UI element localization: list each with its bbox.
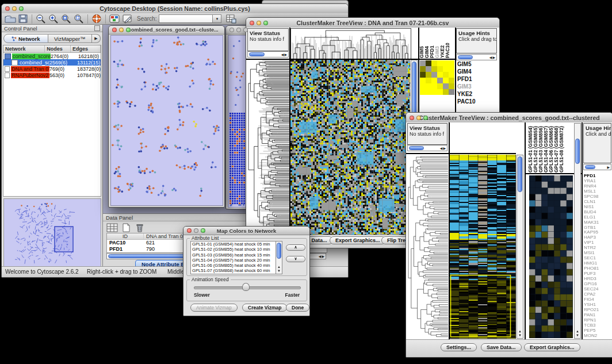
- help-lifering-icon[interactable]: [90, 14, 103, 24]
- list-item[interactable]: PFD1: [430, 28, 435, 58]
- save-icon[interactable]: [17, 14, 29, 24]
- tv2-save-data-button[interactable]: Save Data...: [481, 343, 522, 351]
- network1-titlebar[interactable]: combined_scores_good.txt--cluste...: [109, 26, 224, 35]
- zoom-selected-icon[interactable]: [60, 14, 72, 24]
- close-button[interactable]: [250, 21, 254, 25]
- vizmapper-icon[interactable]: [108, 14, 121, 24]
- tv1-cluster-matrix[interactable]: [420, 60, 454, 95]
- list-item[interactable]: GPL51-06 (GSM865): [549, 123, 554, 173]
- birdseye-view-canvas[interactable]: [3, 198, 101, 267]
- speed-slider-thumb[interactable]: [242, 283, 250, 291]
- tv2-row-dendrogram[interactable]: [407, 155, 448, 339]
- list-item[interactable]: GPL51-01 (GSM854) heat shock 05 min: [192, 242, 276, 247]
- tv2-status-hscrollbar[interactable]: ◀▶: [407, 145, 447, 151]
- move-down-button[interactable]: ∨: [286, 256, 305, 262]
- list-item[interactable]: GPL51-02 (GSM855): [533, 123, 538, 173]
- close-button[interactable]: [230, 28, 234, 32]
- tv2-settings-button[interactable]: Settings...: [441, 343, 477, 351]
- tv2-heatmap-vscrollbar[interactable]: ▲▼: [517, 155, 523, 339]
- close-button[interactable]: [187, 228, 192, 233]
- tv1-row-dendrogram[interactable]: [247, 60, 289, 235]
- animate-vizmap-button[interactable]: Animate Vizmap: [190, 304, 238, 312]
- tv1-heatmap-canvas[interactable]: [290, 60, 410, 235]
- tv1-status-hscrollbar[interactable]: ◀▶: [247, 51, 289, 58]
- network1-canvas[interactable]: [110, 35, 223, 206]
- list-item[interactable]: GIM5: [419, 28, 424, 58]
- search-input[interactable]: [159, 14, 213, 23]
- done-button[interactable]: Done: [286, 304, 309, 312]
- minimize-button[interactable]: [416, 116, 421, 120]
- list-item[interactable]: GPL51-04 (GSM857): [544, 123, 549, 173]
- list-item[interactable]: GIM3: [435, 28, 440, 58]
- list-item[interactable]: GIM5: [457, 60, 497, 68]
- network-tree-row[interactable]: combined_sco2569(6)13112(15): [3, 59, 101, 66]
- window-controls[interactable]: [5, 6, 24, 11]
- list-item[interactable]: MON2: [584, 334, 611, 339]
- attribute-list[interactable]: GPL51-01 (GSM854) heat shock 05 minGPL51…: [190, 241, 277, 274]
- list-item[interactable]: GIM4: [457, 68, 497, 75]
- create-vizmap-button[interactable]: Create Vizmap: [242, 304, 287, 312]
- list-item[interactable]: GPL51-08 (GSM872): [559, 123, 564, 173]
- list-item[interactable]: PFD1: [457, 75, 497, 83]
- list-item[interactable]: PAC10: [445, 28, 450, 58]
- search-dropdown-button[interactable]: ▼: [213, 14, 221, 23]
- list-item[interactable]: YKE2: [440, 28, 445, 58]
- import-table-icon[interactable]: [224, 14, 237, 24]
- zoom-button[interactable]: [201, 228, 205, 233]
- tab-overflow-button[interactable]: ▶: [92, 34, 101, 43]
- tv2-export-graphics-button[interactable]: Export Graphics...: [524, 343, 580, 351]
- list-item[interactable]: GPL51-06 (GSM865) heat shock 40 min: [192, 263, 276, 268]
- treeview1-titlebar[interactable]: ClusterMaker TreeView : DNA and Tran 07-…: [246, 18, 499, 28]
- move-up-button[interactable]: ∧: [286, 244, 305, 251]
- list-item[interactable]: GPL51-03 (GSM856) heat shock 15 min: [192, 252, 276, 258]
- close-button[interactable]: [5, 6, 10, 11]
- tab-network[interactable]: Network: [3, 34, 48, 43]
- minimize-button[interactable]: [119, 28, 124, 32]
- list-item[interactable]: GPL51-01 (GSM854): [528, 123, 533, 173]
- zoom-out-icon[interactable]: [35, 14, 47, 24]
- zoom-button[interactable]: [243, 28, 248, 32]
- list-item[interactable]: GPL51-04 (GSM857) heat shock 20 min: [192, 258, 276, 263]
- tv2-hints-hscrollbar[interactable]: ▶: [583, 164, 611, 170]
- tv2-zoom-submatrix-canvas[interactable]: [529, 175, 573, 338]
- list-item[interactable]: GPL51-07 (GSM868) heat shock 60 min: [192, 268, 276, 273]
- list-item[interactable]: GPL51-07 (GSM868): [554, 123, 559, 173]
- minimize-button[interactable]: [257, 21, 261, 25]
- close-button[interactable]: [112, 28, 117, 32]
- tv2-heatmap-canvas[interactable]: [450, 155, 516, 339]
- list-item[interactable]: PAC10: [457, 98, 497, 105]
- list-item[interactable]: GIM4: [424, 28, 430, 58]
- tv1-column-dendrogram[interactable]: [290, 28, 411, 59]
- open-file-icon[interactable]: [4, 14, 17, 24]
- dialog-titlebar[interactable]: Map Colors to Network: [183, 227, 309, 235]
- network-tree-row[interactable]: DNA and Tran 07769(0)183728(0): [3, 66, 101, 72]
- minimize-button[interactable]: [12, 6, 17, 11]
- float-panel-icon[interactable]: [94, 25, 100, 31]
- attribute-list-vscrollbar[interactable]: ▲▼: [276, 241, 282, 274]
- attribute-table-icon[interactable]: [106, 223, 118, 232]
- new-attribute-icon[interactable]: [120, 223, 132, 232]
- tab-vizmapper[interactable]: VizMapper™: [48, 34, 93, 43]
- delete-attribute-icon[interactable]: [134, 223, 146, 232]
- tv1-hints-hscrollbar[interactable]: ◀▶: [456, 54, 497, 60]
- treeview2-titlebar[interactable]: ClusterMaker TreeView : combined_scores_…: [406, 113, 612, 123]
- zoom-in-icon[interactable]: [47, 14, 60, 24]
- zoom-button[interactable]: [19, 6, 24, 11]
- close-button[interactable]: [410, 116, 414, 120]
- tv2-submatrix-vscrollbar[interactable]: ▲▼: [574, 123, 581, 339]
- network-tree-row[interactable]: RNAPuberNov2+|563(0)107847(0): [3, 72, 101, 78]
- tv2-gene-list[interactable]: PFD1YRA1RNR4MSL1SPC98CLN1NIS1BUD4ELG1MAK…: [584, 174, 611, 339]
- zoom-button[interactable]: [126, 28, 131, 32]
- list-item[interactable]: GIM3: [457, 83, 497, 90]
- minimize-button[interactable]: [194, 228, 198, 233]
- zoom-button[interactable]: [423, 116, 428, 120]
- minimize-button[interactable]: [236, 28, 241, 32]
- tv1-export-graphics-button[interactable]: Export Graphics...: [330, 236, 386, 244]
- annotation-icon[interactable]: [121, 14, 133, 24]
- zoom-fit-icon[interactable]: [72, 14, 85, 24]
- network-tree-row[interactable]: combined_scores2764(0)16218(0): [3, 53, 101, 59]
- list-item[interactable]: GPL51-02 (GSM855) heat shock 10 min: [192, 247, 276, 252]
- list-item[interactable]: GPL51-03 (GSM856): [538, 123, 544, 173]
- zoom-button[interactable]: [263, 21, 268, 25]
- list-item[interactable]: YKE2: [457, 90, 497, 98]
